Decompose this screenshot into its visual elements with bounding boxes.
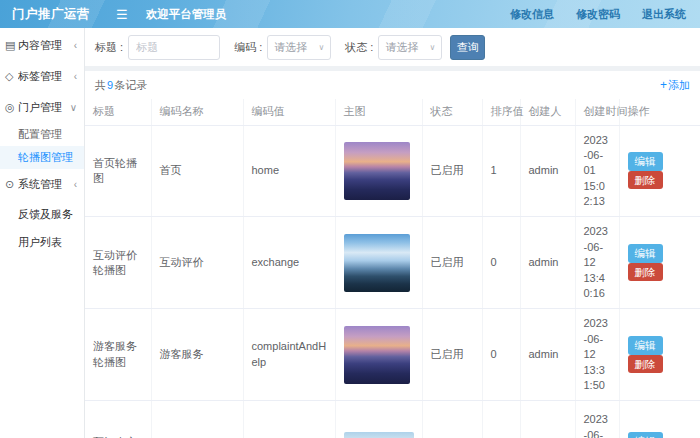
tag-icon: ◇ bbox=[5, 70, 18, 83]
cell-title: 游客服务轮播图 bbox=[85, 309, 151, 401]
delete-button[interactable]: 删除 bbox=[628, 171, 663, 190]
sidebar-item-label: 系统管理 bbox=[18, 177, 74, 192]
system-icon: ⊙ bbox=[5, 178, 18, 191]
cell-status: 已启用 bbox=[422, 217, 482, 309]
title-filter-input[interactable] bbox=[128, 35, 220, 60]
edit-button[interactable]: 编辑 bbox=[628, 152, 663, 171]
select-value: 请选择 bbox=[385, 40, 418, 55]
cell-creator: admin bbox=[520, 125, 575, 217]
cell-ops: 编辑删除 bbox=[619, 125, 700, 217]
table-row: 游客服务轮播图 游客服务 complaintAndHelp 已启用 0 admi… bbox=[85, 309, 700, 401]
sidebar-item-label: 配置管理 bbox=[18, 127, 62, 142]
cell-creator: admin bbox=[520, 217, 575, 309]
top-bar: 门户推广运营 ☰ 欢迎平台管理员 修改信息 修改密码 退出系统 bbox=[0, 0, 700, 28]
code-filter-label: 编码 : bbox=[234, 40, 262, 55]
column-header-created: 创建时间 bbox=[575, 99, 619, 125]
carousel-thumbnail[interactable] bbox=[344, 234, 410, 292]
sidebar-item-label: 门户管理 bbox=[18, 100, 70, 115]
cell-ops: 编辑删除 bbox=[619, 217, 700, 309]
cell-code-value: exchange bbox=[243, 217, 335, 309]
column-header-ops: 操作 bbox=[619, 99, 700, 125]
records-bar: 共9条记录 +添加 bbox=[85, 71, 700, 99]
status-filter-label: 状态 : bbox=[345, 40, 373, 55]
cell-ops: 编辑删除 bbox=[619, 309, 700, 401]
sidebar-item-carousel-mgmt[interactable]: 轮播图管理 bbox=[0, 146, 84, 169]
sidebar-item-feedback[interactable]: 反馈及服务 bbox=[0, 200, 84, 228]
cell-title: 预订中心轮播图 bbox=[85, 401, 151, 438]
cell-code-name: 互动评价 bbox=[151, 217, 243, 309]
column-header-main-image: 主图 bbox=[335, 99, 422, 125]
cell-code-value: complaintAndHelp bbox=[243, 309, 335, 401]
column-header-code-name: 编码名称 bbox=[151, 99, 243, 125]
menu-toggle-icon[interactable]: ☰ bbox=[106, 7, 138, 22]
carousel-thumbnail[interactable] bbox=[344, 142, 410, 200]
carousel-table: 标题 编码名称 编码值 主图 状态 排序值 创建人 创建时间 操作 首页轮播图 … bbox=[85, 99, 700, 438]
column-header-code-value: 编码值 bbox=[243, 99, 335, 125]
cell-sort: 0 bbox=[482, 217, 520, 309]
title-filter-label: 标题 : bbox=[95, 40, 123, 55]
cell-created: 2023-06-01 15:02:13 bbox=[575, 125, 619, 217]
search-button[interactable]: 查询 bbox=[450, 35, 485, 60]
cell-creator: admin bbox=[520, 309, 575, 401]
filter-bar: 标题 : 编码 : 请选择 ∨ 状态 : 请选择 ∨ 查询 bbox=[85, 28, 700, 66]
cell-status: 已启用 bbox=[422, 125, 482, 217]
chevron-down-icon: ∨ bbox=[318, 43, 324, 52]
status-filter-select[interactable]: 请选择 ∨ bbox=[378, 35, 442, 60]
edit-button[interactable]: 编辑 bbox=[628, 432, 663, 438]
cell-status: 已启用 bbox=[422, 401, 482, 438]
chevron-expanded-icon: ∨ bbox=[70, 102, 79, 113]
sidebar-item-label: 轮播图管理 bbox=[18, 150, 73, 165]
plus-icon: + bbox=[660, 78, 667, 92]
table-row: 首页轮播图 首页 home 已启用 1 admin 2023-06-01 15:… bbox=[85, 125, 700, 217]
column-header-creator: 创建人 bbox=[520, 99, 575, 125]
cell-title: 首页轮播图 bbox=[85, 125, 151, 217]
sidebar-item-config-mgmt[interactable]: 配置管理 bbox=[0, 123, 84, 146]
code-filter-select[interactable]: 请选择 ∨ bbox=[267, 35, 331, 60]
column-header-sort: 排序值 bbox=[482, 99, 520, 125]
carousel-thumbnail[interactable] bbox=[344, 432, 414, 438]
cell-code-value: home bbox=[243, 125, 335, 217]
cell-sort: 0 bbox=[482, 401, 520, 438]
chevron-collapsed-icon: ‹ bbox=[74, 71, 79, 82]
welcome-text: 欢迎平台管理员 bbox=[146, 7, 227, 22]
delete-button[interactable]: 删除 bbox=[628, 355, 663, 374]
cell-ops: 编辑删除 bbox=[619, 401, 700, 438]
select-value: 请选择 bbox=[274, 40, 307, 55]
sidebar-item-user-list[interactable]: 用户列表 bbox=[0, 228, 84, 256]
chevron-down-icon: ∨ bbox=[430, 43, 436, 52]
sidebar-item-content-mgmt[interactable]: ▤ 内容管理 ‹ bbox=[0, 30, 84, 61]
logout-link[interactable]: 退出系统 bbox=[642, 7, 686, 22]
records-panel: 共9条记录 +添加 标题 编码名称 编码值 主图 状态 排序值 创建人 创建时间… bbox=[85, 71, 700, 438]
edit-button[interactable]: 编辑 bbox=[628, 336, 663, 355]
edit-button[interactable]: 编辑 bbox=[628, 244, 663, 263]
cell-code-name: 首页 bbox=[151, 125, 243, 217]
cell-created: 2023-06-12 13:31:50 bbox=[575, 309, 619, 401]
cell-status: 已启用 bbox=[422, 309, 482, 401]
sidebar-item-portal-mgmt[interactable]: ◎ 门户管理 ∨ bbox=[0, 92, 84, 123]
sidebar-item-label: 标签管理 bbox=[18, 69, 74, 84]
sidebar-item-label: 内容管理 bbox=[18, 38, 74, 53]
cell-sort: 0 bbox=[482, 309, 520, 401]
delete-button[interactable]: 删除 bbox=[628, 263, 663, 282]
column-header-title: 标题 bbox=[85, 99, 151, 125]
modify-info-link[interactable]: 修改信息 bbox=[510, 7, 554, 22]
sidebar-item-label: 反馈及服务 bbox=[18, 207, 73, 222]
chevron-collapsed-icon: ‹ bbox=[74, 179, 79, 190]
sidebar: ▤ 内容管理 ‹ ◇ 标签管理 ‹ ◎ 门户管理 ∨ 配置管理 轮播图管理 ⊙ … bbox=[0, 28, 85, 438]
sidebar-item-system-mgmt[interactable]: ⊙ 系统管理 ‹ bbox=[0, 169, 84, 200]
cell-created: 2023-06-12 10:35:13 bbox=[575, 401, 619, 438]
table-row: 互动评价轮播图 互动评价 exchange 已启用 0 admin 2023-0… bbox=[85, 217, 700, 309]
table-row: 预订中心轮播图 预定中心 reserve 已启用 0 admin 2023-06… bbox=[85, 401, 700, 438]
table-header-row: 标题 编码名称 编码值 主图 状态 排序值 创建人 创建时间 操作 bbox=[85, 99, 700, 125]
carousel-thumbnail[interactable] bbox=[344, 326, 410, 384]
record-count: 共9条记录 bbox=[95, 78, 147, 93]
app-title: 门户推广运营 bbox=[0, 6, 106, 23]
chevron-collapsed-icon: ‹ bbox=[74, 40, 79, 51]
sidebar-item-tag-mgmt[interactable]: ◇ 标签管理 ‹ bbox=[0, 61, 84, 92]
add-button[interactable]: +添加 bbox=[660, 78, 690, 93]
cell-code-name: 游客服务 bbox=[151, 309, 243, 401]
modify-password-link[interactable]: 修改密码 bbox=[576, 7, 620, 22]
cell-code-name: 预定中心 bbox=[151, 401, 243, 438]
cell-code-value: reserve bbox=[243, 401, 335, 438]
cell-title: 互动评价轮播图 bbox=[85, 217, 151, 309]
